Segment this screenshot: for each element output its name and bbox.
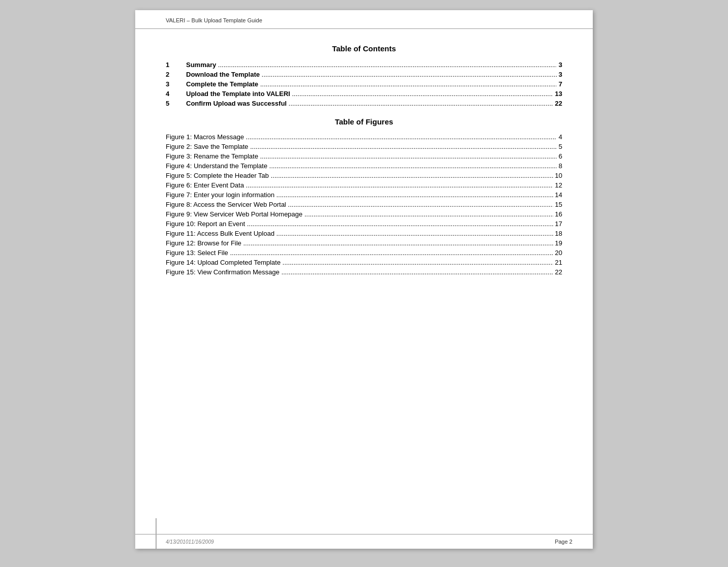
figure-dots: ........................................… xyxy=(258,152,557,160)
toc-number: 5 xyxy=(166,100,186,107)
footer-page: Page 2 xyxy=(555,539,572,545)
figure-page: 18 xyxy=(555,230,562,237)
toc-label: Summary xyxy=(186,61,216,69)
figure-page: 22 xyxy=(555,268,562,276)
toc-dots: ........................................… xyxy=(260,71,557,78)
figure-label: Figure 5: Complete the Header Tab xyxy=(166,172,269,179)
figure-page: 20 xyxy=(555,249,562,257)
figure-dots: ........................................… xyxy=(228,249,553,257)
figure-item: Figure 1: Macros Message ...............… xyxy=(166,133,562,141)
toc-page: 3 xyxy=(559,71,562,78)
figure-item: Figure 13: Select File .................… xyxy=(166,249,562,257)
figure-page: 14 xyxy=(555,191,562,199)
page-footer: 4/13/20101​1/16/2009 Page 2 xyxy=(135,534,593,549)
figure-item: Figure 2: Save the Template ............… xyxy=(166,143,562,150)
table-of-figures: Table of Figures Figure 1: Macros Messag… xyxy=(166,117,562,276)
figure-page: 5 xyxy=(559,143,562,150)
figure-label: Figure 14: Upload Completed Template xyxy=(166,259,281,266)
figure-label: Figure 3: Rename the Template xyxy=(166,152,258,160)
toc-label: Upload the Template into VALERI xyxy=(186,90,290,98)
figure-page: 16 xyxy=(555,210,562,218)
toc-dots: ........................................… xyxy=(290,90,553,98)
figure-item: Figure 12: Browse for File .............… xyxy=(166,239,562,247)
figure-item: Figure 4: Understand the Template ......… xyxy=(166,162,562,170)
figure-item: Figure 8: Access the Servicer Web Portal… xyxy=(166,201,562,208)
figure-page: 12 xyxy=(555,181,562,189)
figure-item: Figure 14: Upload Completed Template ...… xyxy=(166,259,562,266)
toc-heading: Table of Contents xyxy=(166,44,562,53)
toc-number: 1 xyxy=(166,61,186,69)
figure-item: Figure 3: Rename the Template ..........… xyxy=(166,152,562,160)
toc-page: 13 xyxy=(555,90,562,98)
figures-heading: Table of Figures xyxy=(166,117,562,126)
figure-label: Figure 15: View Confirmation Message xyxy=(166,268,280,276)
figure-page: 8 xyxy=(559,162,562,170)
toc-items: 1 Summary ..............................… xyxy=(166,61,562,107)
toc-dots: ........................................… xyxy=(287,100,553,107)
page: VALERI – Bulk Upload Template Guide Tabl… xyxy=(135,10,593,549)
figure-dots: ........................................… xyxy=(302,210,553,218)
figure-dots: ........................................… xyxy=(245,220,553,228)
toc-item: 5 Confirm Upload was Successful ........… xyxy=(166,100,562,107)
figure-dots: ........................................… xyxy=(244,133,557,141)
figure-dots: ........................................… xyxy=(267,162,557,170)
figure-label: Figure 9: View Servicer Web Portal Homep… xyxy=(166,210,302,218)
toc-item: 3 Complete the Template ................… xyxy=(166,80,562,88)
figure-item: Figure 10: Report an Event .............… xyxy=(166,220,562,228)
figure-label: Figure 12: Browse for File xyxy=(166,239,241,247)
page-header: VALERI – Bulk Upload Template Guide xyxy=(135,10,593,29)
toc-label: Download the Template xyxy=(186,71,260,78)
toc-number: 4 xyxy=(166,90,186,98)
figure-dots: ........................................… xyxy=(286,201,553,208)
table-of-contents: Table of Contents 1 Summary ............… xyxy=(166,44,562,107)
header-title: VALERI – Bulk Upload Template Guide xyxy=(166,17,262,23)
figure-label: Figure 10: Report an Event xyxy=(166,220,245,228)
toc-number: 3 xyxy=(166,80,186,88)
toc-page: 22 xyxy=(555,100,562,107)
figure-item: Figure 7: Enter your login information .… xyxy=(166,191,562,199)
toc-item: 1 Summary ..............................… xyxy=(166,61,562,69)
figure-label: Figure 11: Access Bulk Event Upload xyxy=(166,230,275,237)
toc-page: 3 xyxy=(559,61,562,69)
footer-bar xyxy=(156,518,157,549)
figure-item: Figure 15: View Confirmation Message ...… xyxy=(166,268,562,276)
figure-page: 15 xyxy=(555,201,562,208)
figure-page: 17 xyxy=(555,220,562,228)
toc-number: 2 xyxy=(166,71,186,78)
figure-page: 4 xyxy=(559,133,562,141)
toc-dots: ........................................… xyxy=(258,80,557,88)
toc-label: Complete the Template xyxy=(186,80,258,88)
figure-page: 6 xyxy=(559,152,562,160)
figure-page: 21 xyxy=(555,259,562,266)
figure-dots: ........................................… xyxy=(244,181,553,189)
figure-dots: ........................................… xyxy=(241,239,553,247)
figure-dots: ........................................… xyxy=(275,191,553,199)
toc-item: 2 Download the Template ................… xyxy=(166,71,562,78)
figure-dots: ........................................… xyxy=(280,268,553,276)
figure-item: Figure 6: Enter Event Data .............… xyxy=(166,181,562,189)
figure-item: Figure 9: View Servicer Web Portal Homep… xyxy=(166,210,562,218)
figure-label: Figure 4: Understand the Template xyxy=(166,162,267,170)
page-content: Table of Contents 1 Summary ............… xyxy=(135,44,593,308)
figure-label: Figure 1: Macros Message xyxy=(166,133,244,141)
figure-label: Figure 2: Save the Template xyxy=(166,143,248,150)
figure-item: Figure 11: Access Bulk Event Upload ....… xyxy=(166,230,562,237)
toc-dots: ........................................… xyxy=(216,61,557,69)
figure-label: Figure 8: Access the Servicer Web Portal xyxy=(166,201,286,208)
figure-label: Figure 7: Enter your login information xyxy=(166,191,275,199)
figure-dots: ........................................… xyxy=(248,143,556,150)
footer-date: 4/13/20101​1/16/2009 xyxy=(166,539,214,545)
toc-label: Confirm Upload was Successful xyxy=(186,100,287,107)
figure-dots: ........................................… xyxy=(281,259,553,266)
figure-dots: ........................................… xyxy=(275,230,553,237)
figure-label: Figure 6: Enter Event Data xyxy=(166,181,244,189)
toc-item: 4 Upload the Template into VALERI ......… xyxy=(166,90,562,98)
figure-page: 19 xyxy=(555,239,562,247)
figure-page: 10 xyxy=(555,172,562,179)
figure-label: Figure 13: Select File xyxy=(166,249,228,257)
toc-page: 7 xyxy=(559,80,562,88)
figure-dots: ........................................… xyxy=(269,172,553,179)
figure-item: Figure 5: Complete the Header Tab ......… xyxy=(166,172,562,179)
